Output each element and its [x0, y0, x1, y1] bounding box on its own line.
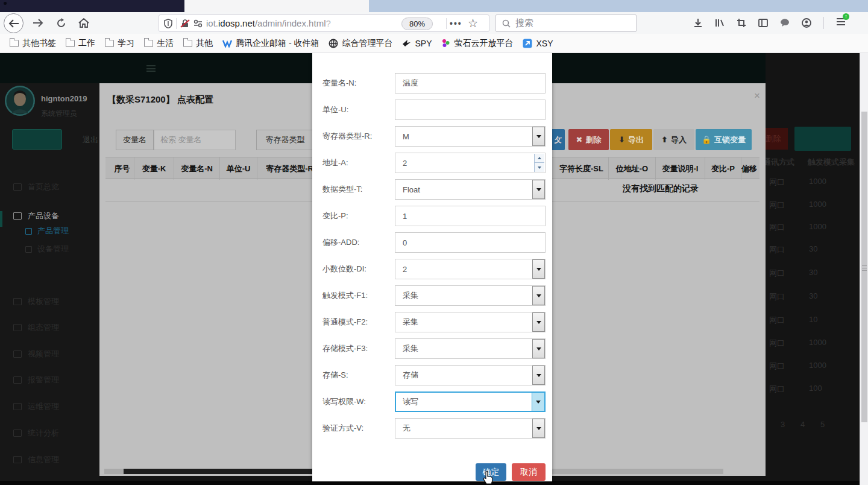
address-stepper[interactable]: 2 [395, 153, 546, 173]
sidebar-item-dim-5[interactable]: 运维管理 [0, 396, 99, 417]
data-type-select[interactable]: Float [395, 179, 546, 200]
column-header[interactable]: 单位-U [220, 157, 257, 180]
stepper-arrows[interactable] [534, 154, 544, 172]
shield-icon[interactable] [164, 19, 172, 28]
bookmark-folder-study[interactable]: 学习 [105, 38, 134, 49]
storage-select[interactable]: 存储 [395, 365, 546, 385]
sidebar-subitem-product-mgmt[interactable]: 产品管理 [0, 223, 99, 239]
sidebar-item-dim-7[interactable]: 信息管理 [0, 449, 99, 470]
decimal-digits-select[interactable]: 2 [395, 259, 546, 279]
offset-input[interactable]: 0 [395, 232, 546, 253]
export-button[interactable]: ⬇导出 [610, 129, 652, 150]
browser-vertical-scrollbar[interactable] [860, 53, 868, 485]
bookmark-mgmt-platform[interactable]: 综合管理平台 [329, 38, 392, 49]
step-up-icon[interactable] [535, 154, 544, 163]
sidebar-collapse-icon[interactable] [146, 65, 156, 72]
dropdown-arrow-icon[interactable] [532, 339, 545, 358]
update-badge-icon: ↑ [843, 13, 849, 20]
scrollbar-thumb[interactable] [124, 469, 313, 474]
column-header[interactable]: 变量名-N [174, 157, 220, 180]
dropdown-arrow-icon[interactable] [532, 419, 545, 438]
avatar[interactable] [5, 86, 35, 116]
sidebar-primary-button[interactable] [12, 129, 62, 150]
background-teal-button[interactable] [794, 127, 851, 151]
sidebar-subitem-device-mgmt[interactable]: 设备管理 [0, 241, 99, 257]
url-bar[interactable]: iot.idosp.net/admin/index.html? 80% ••• … [159, 14, 489, 32]
back-button[interactable] [4, 13, 24, 33]
dropdown-arrow-icon[interactable] [532, 366, 545, 385]
account-icon[interactable] [802, 18, 811, 28]
filter-search-input[interactable]: 检索 变量名 [154, 130, 236, 150]
scrollbar-thumb[interactable] [861, 112, 867, 422]
dropdown-arrow-icon[interactable] [532, 393, 544, 411]
bookmark-folder-work[interactable]: 工作 [66, 38, 95, 49]
sidebar-item-dim-3[interactable]: 视频管理 [0, 344, 99, 364]
bookmark-star-icon[interactable]: ☆ [468, 16, 478, 30]
sidebar-item-dim-4[interactable]: 报警管理 [0, 370, 99, 390]
delete-button[interactable]: ✖删除 [568, 129, 609, 150]
library-icon[interactable] [715, 18, 725, 28]
unit-input[interactable] [395, 100, 546, 120]
read-write-permission-select[interactable]: 读写 [395, 391, 546, 412]
page-actions-button[interactable]: ••• [450, 19, 462, 28]
bookmark-xsy[interactable]: XSY [523, 39, 553, 48]
edit-button-clipped[interactable]: 攵 [551, 129, 565, 150]
bookmark-tencent-mail[interactable]: 腾讯企业邮箱 - 收件箱 [222, 38, 319, 49]
pagination-page[interactable]: 4 [800, 420, 805, 429]
background-delete-button[interactable]: 删除 [766, 128, 788, 150]
cancel-button[interactable]: 取消 [512, 463, 546, 481]
sidebar-item-home[interactable]: 首页总览 [0, 177, 99, 197]
reload-button[interactable] [53, 12, 69, 34]
bookmark-folder-other-marks[interactable]: 其他书签 [10, 38, 56, 49]
column-header[interactable]: 序号 [110, 157, 134, 180]
dropdown-arrow-icon[interactable] [532, 259, 545, 279]
logout-link[interactable]: 退出 [83, 135, 98, 145]
download-icon[interactable] [693, 18, 703, 28]
permissions-icon[interactable] [193, 19, 203, 28]
select-value: 2 [403, 265, 407, 274]
sidebar-item-dim-6[interactable]: 统计分析 [0, 423, 99, 443]
pagination-page[interactable]: 3 [781, 420, 785, 429]
close-icon[interactable]: × [754, 90, 760, 101]
bookmark-folder-life[interactable]: 生活 [144, 38, 174, 49]
filter-field-button[interactable]: 变量名 [116, 130, 154, 150]
column-header[interactable]: 位地址-O [609, 157, 656, 180]
normal-mode-select[interactable]: 采集 [395, 312, 546, 332]
insecure-lock-icon[interactable] [180, 19, 190, 28]
column-header[interactable]: 变量说明-I [656, 157, 705, 180]
column-header[interactable]: 偏移 [741, 157, 766, 180]
verification-method-select[interactable]: 无 [395, 418, 546, 439]
forward-button[interactable] [30, 12, 46, 34]
trigger-mode-select[interactable]: 采集 [395, 285, 546, 306]
filter-type-button[interactable]: 寄存器类型 [256, 130, 314, 150]
bookmark-spy[interactable]: SPY [402, 39, 432, 48]
active-tab[interactable] [184, 0, 369, 12]
form-row: 单位-U: [312, 100, 552, 120]
column-header[interactable]: 变量-K [134, 157, 174, 180]
search-input[interactable]: 搜索 [495, 14, 637, 32]
column-header[interactable]: 变比-P [705, 157, 741, 180]
sidebar-item-dim-1[interactable]: 模板管理 [0, 291, 99, 312]
app-menu-button[interactable]: ↑ [836, 17, 846, 28]
import-button[interactable]: ⬆导入 [653, 129, 694, 150]
chat-bubble-icon[interactable] [780, 19, 790, 28]
screenshot-icon[interactable] [737, 18, 746, 28]
home-button[interactable] [76, 12, 92, 34]
variable-name-input[interactable]: 温度 [395, 73, 546, 94]
register-type-select[interactable]: M [395, 126, 546, 147]
sidebar-item-dim-2[interactable]: 组态管理 [0, 317, 99, 338]
pagination-page[interactable]: 5 [820, 420, 825, 429]
interlock-button[interactable]: 🔒互锁变量 [696, 129, 752, 150]
column-header[interactable]: 字符长度-SL [555, 157, 609, 180]
storage-mode-select[interactable]: 采集 [395, 338, 546, 359]
bookmark-folder-misc[interactable]: 其他 [183, 38, 213, 49]
step-down-icon[interactable] [535, 163, 544, 172]
dropdown-arrow-icon[interactable] [532, 312, 545, 332]
ratio-input[interactable]: 1 [395, 206, 546, 226]
dropdown-arrow-icon[interactable] [532, 286, 545, 305]
dropdown-arrow-icon[interactable] [532, 127, 545, 146]
zoom-level-badge[interactable]: 80% [401, 17, 433, 30]
sidebar-toggle-icon[interactable] [758, 19, 768, 27]
dropdown-arrow-icon[interactable] [532, 180, 545, 199]
bookmark-ezviz[interactable]: 萤石云开放平台 [441, 38, 513, 49]
